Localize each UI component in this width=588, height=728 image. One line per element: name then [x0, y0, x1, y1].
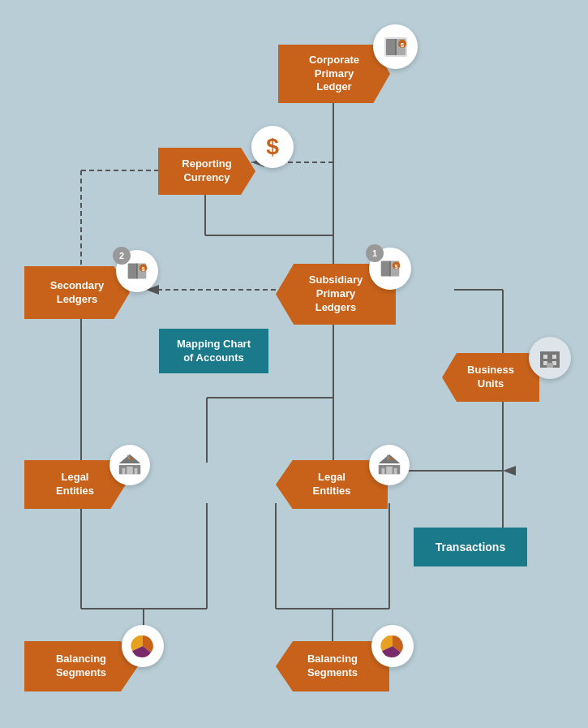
- svg-rect-64: [386, 467, 393, 474]
- svg-rect-51: [552, 355, 556, 359]
- corporate-primary-ledger-label: CorporatePrimaryLedger: [309, 54, 359, 95]
- svg-rect-66: [394, 468, 397, 475]
- pie-left-icon: [122, 625, 164, 667]
- svg-rect-65: [382, 468, 385, 475]
- svg-text:$: $: [400, 41, 404, 49]
- subsidiary-book-icon: $ 1: [369, 248, 411, 290]
- svg-rect-68: [387, 455, 389, 460]
- legal-entities-right-label: LegalEntities: [313, 471, 351, 498]
- pie-right-icon: [371, 625, 414, 667]
- mapping-chart-label: Mapping Chartof Accounts: [177, 338, 251, 365]
- courthouse-left-icon: [109, 445, 150, 485]
- secondary-ledgers-node: SecondaryLedgers: [24, 266, 130, 319]
- diagram: CorporatePrimaryLedger $ ReportingCurren…: [0, 0, 588, 728]
- corporate-book-icon: $: [373, 24, 418, 69]
- dollar-icon: $: [251, 126, 294, 168]
- transactions-node: Transactions: [414, 528, 527, 566]
- svg-rect-50: [543, 355, 547, 359]
- courthouse-right-icon: [369, 445, 410, 485]
- reporting-currency-node: ReportingCurrency: [158, 148, 255, 195]
- balancing-segments-left-label: BalancingSegments: [56, 653, 106, 680]
- building-icon: [529, 337, 571, 379]
- reporting-currency-label: ReportingCurrency: [182, 157, 231, 185]
- svg-rect-58: [122, 468, 126, 475]
- balancing-segments-left-node: BalancingSegments: [24, 641, 138, 691]
- transactions-label: Transactions: [436, 540, 505, 554]
- svg-rect-57: [127, 467, 133, 474]
- business-units-label: BusinessUnits: [467, 364, 514, 391]
- secondary-book-icon: $ 2: [116, 250, 158, 292]
- mapping-chart-node: Mapping Chartof Accounts: [159, 329, 268, 373]
- subsidiary-primary-ledgers-label: SubsidiaryPrimaryLedgers: [309, 274, 363, 315]
- svg-rect-59: [135, 468, 138, 475]
- svg-rect-54: [547, 363, 553, 368]
- business-units-node: BusinessUnits: [442, 353, 539, 402]
- legal-entities-left-label: LegalEntities: [56, 471, 94, 498]
- secondary-ledgers-label: SecondaryLedgers: [50, 279, 104, 307]
- svg-rect-61: [127, 455, 130, 460]
- svg-rect-34: [386, 39, 396, 55]
- svg-rect-39: [381, 261, 390, 277]
- balancing-segments-right-label: BalancingSegments: [307, 653, 358, 680]
- svg-rect-44: [128, 264, 137, 279]
